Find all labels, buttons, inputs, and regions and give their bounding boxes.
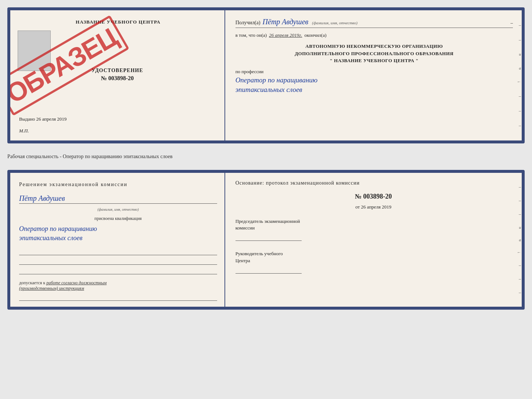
fio-hint-top: (фамилия, имя, отчество) — [312, 21, 357, 25]
resheniem-title: Решением экзаменационной комиссии — [19, 182, 217, 188]
sig-line-3 — [19, 268, 217, 274]
org-line1: АВТОНОМНУЮ НЕКОММЕРЧЕСКУЮ ОРГАНИЗАЦИЮ — [236, 43, 513, 50]
bottom-certificate: Решением экзаменационной комиссии Пётр А… — [7, 170, 525, 310]
side-dashes-top: – – и а ← – – – — [515, 10, 522, 140]
udostoverenie-block: УДОСТОВЕРЕНИЕ № 003898-20 — [91, 68, 143, 82]
vydano-date: 26 апреля 2019 — [36, 116, 67, 122]
predsedatel-block: Председатель экзаменационной комиссии — [236, 218, 511, 241]
profession-block-top: по профессии Оператор по наращиванию эпи… — [236, 69, 513, 95]
photo-placeholder — [18, 31, 51, 71]
protocol-num: № 003898-20 — [236, 193, 511, 200]
bottom-cert-left: Решением экзаменационной комиссии Пётр А… — [10, 173, 225, 307]
vtom-date: 26 апреля 2019г. — [269, 32, 302, 38]
top-cert-left-title: НАЗВАНИЕ УЧЕБНОГО ЦЕНТРА — [19, 19, 217, 25]
qualification-text: Оператор по наращиванию эпитаксиальных с… — [19, 224, 217, 243]
predsedatel-sig-line — [236, 234, 302, 241]
bottom-cert-right: Основание: протокол экзаменационной коми… — [225, 173, 522, 307]
profession-top: Оператор по наращиванию эпитаксиальных с… — [236, 75, 513, 95]
middle-text: Рабочая специальность - Оператор по нара… — [7, 150, 525, 163]
ot-label: от — [355, 204, 360, 210]
rukovoditel-block: Руководитель учебного Центра — [236, 250, 511, 273]
protocol-date: от 26 апреля 2019 — [236, 204, 511, 210]
okonchil-label: окончил(а) — [305, 32, 327, 38]
udostoverenie-title: УДОСТОВЕРЕНИЕ — [91, 68, 143, 74]
page-container: НАЗВАНИЕ УЧЕБНОГО ЦЕНТРА ОБРАЗЕЦ УДОСТОВ… — [7, 7, 525, 310]
osnovanie-title: Основание: протокол экзаменационной коми… — [236, 180, 511, 186]
udostoverenie-num: № 003898-20 — [91, 75, 143, 82]
protocol-date-value: 26 апреля 2019 — [361, 204, 392, 210]
vydano-label: Выдано — [19, 116, 35, 122]
top-cert-left: НАЗВАНИЕ УЧЕБНОГО ЦЕНТРА ОБРАЗЕЦ УДОСТОВ… — [10, 10, 225, 140]
top-cert-right: Получил(а) Пётр Авдушев (фамилия, имя, о… — [225, 10, 522, 140]
poluchil-label: Получил(а) — [236, 20, 260, 26]
org-name: " НАЗВАНИЕ УЧЕБНОГО ЦЕНТРА " — [236, 57, 513, 64]
mp-line: М.П. — [19, 128, 29, 134]
sig-line-1 — [19, 249, 217, 255]
poluchil-block: Получил(а) Пётр Авдушев (фамилия, имя, о… — [236, 18, 513, 28]
sig-line-2 — [19, 258, 217, 265]
po-professii-label: по профессии — [236, 69, 513, 75]
top-certificate: НАЗВАНИЕ УЧЕБНОГО ЦЕНТРА ОБРАЗЕЦ УДОСТОВ… — [7, 7, 525, 143]
rukovoditel-label: Руководитель учебного Центра — [236, 250, 511, 264]
dash1: – — [510, 20, 513, 26]
bottom-name-block: Пётр Авдушев — [19, 194, 217, 204]
dopuskaetsya-block: допускается к работе согласно должностны… — [19, 280, 217, 291]
vtom-label: в том, что он(а) — [236, 32, 267, 38]
org-line2: ДОПОЛНИТЕЛЬНОГО ПРОФЕССИОНАЛЬНОГО ОБРАЗО… — [236, 50, 513, 57]
prisvoena-label: присвоена квалификация — [19, 216, 217, 221]
vtom-line: в том, что он(а) 26 апреля 2019г. окончи… — [236, 32, 513, 38]
rukovoditel-sig-line — [236, 266, 302, 274]
dopuskaetsya-label: допускается к — [19, 280, 45, 285]
org-block: АВТОНОМНУЮ НЕКОММЕРЧЕСКУЮ ОРГАНИЗАЦИЮ ДО… — [236, 43, 513, 64]
recipient-name-top: Пётр Авдушев — [263, 18, 309, 26]
side-dashes-bottom: – – – и а ← – – – — [515, 173, 522, 307]
sig-line-4 — [19, 294, 217, 301]
bottom-fio-hint: (фамилия, имя, отчество) — [19, 207, 217, 211]
predsedatel-label: Председатель экзаменационной комиссии — [236, 218, 511, 231]
vydano-line: Выдано 26 апреля 2019 — [19, 116, 66, 122]
bottom-recipient-name: Пётр Авдушев — [19, 194, 65, 202]
